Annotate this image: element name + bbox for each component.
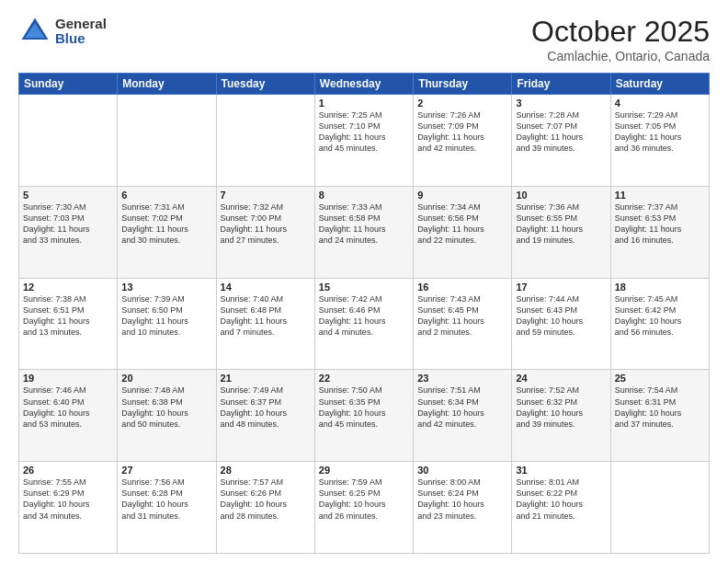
day-info: Sunrise: 7:36 AM Sunset: 6:55 PM Dayligh…	[516, 201, 606, 247]
day-info: Sunrise: 7:54 AM Sunset: 6:31 PM Dayligh…	[615, 385, 705, 430]
calendar-day-cell: 30Sunrise: 8:00 AM Sunset: 6:24 PM Dayli…	[414, 462, 512, 554]
calendar-day-cell: 11Sunrise: 7:37 AM Sunset: 6:53 PM Dayli…	[610, 186, 709, 278]
day-number: 24	[516, 373, 606, 384]
day-number: 7	[221, 190, 311, 201]
calendar-week-row: 1Sunrise: 7:25 AM Sunset: 7:10 PM Daylig…	[19, 95, 710, 187]
calendar-day-cell: 25Sunrise: 7:54 AM Sunset: 6:31 PM Dayli…	[610, 370, 709, 462]
day-number: 18	[615, 282, 705, 293]
calendar-day-cell: 5Sunrise: 7:30 AM Sunset: 7:03 PM Daylig…	[19, 186, 118, 278]
day-info: Sunrise: 8:01 AM Sunset: 6:22 PM Dayligh…	[516, 477, 606, 522]
day-info: Sunrise: 7:40 AM Sunset: 6:48 PM Dayligh…	[221, 293, 311, 339]
calendar-day-cell: 4Sunrise: 7:29 AM Sunset: 7:05 PM Daylig…	[610, 95, 709, 187]
day-info: Sunrise: 7:57 AM Sunset: 6:26 PM Dayligh…	[221, 477, 311, 522]
day-number: 25	[615, 373, 705, 384]
day-number: 10	[516, 190, 606, 201]
calendar-week-row: 26Sunrise: 7:55 AM Sunset: 6:29 PM Dayli…	[19, 462, 710, 554]
calendar-day-cell: 1Sunrise: 7:25 AM Sunset: 7:10 PM Daylig…	[314, 95, 413, 187]
day-info: Sunrise: 7:25 AM Sunset: 7:10 PM Dayligh…	[319, 109, 409, 155]
calendar-day-cell: 9Sunrise: 7:34 AM Sunset: 6:56 PM Daylig…	[414, 186, 512, 278]
day-of-week-header: Monday	[118, 74, 216, 95]
day-number: 12	[23, 282, 113, 293]
day-info: Sunrise: 7:49 AM Sunset: 6:37 PM Dayligh…	[221, 385, 311, 430]
calendar-table: SundayMondayTuesdayWednesdayThursdayFrid…	[18, 73, 710, 554]
day-info: Sunrise: 7:51 AM Sunset: 6:34 PM Dayligh…	[417, 385, 507, 430]
day-number: 23	[417, 373, 507, 384]
calendar-day-cell: 18Sunrise: 7:45 AM Sunset: 6:42 PM Dayli…	[610, 278, 709, 370]
calendar-day-cell: 27Sunrise: 7:56 AM Sunset: 6:28 PM Dayli…	[118, 462, 216, 554]
day-number: 17	[516, 282, 606, 293]
day-number: 28	[221, 465, 311, 476]
calendar-empty-cell	[610, 462, 709, 554]
day-info: Sunrise: 7:50 AM Sunset: 6:35 PM Dayligh…	[319, 385, 409, 430]
day-of-week-header: Thursday	[414, 74, 512, 95]
page: General Blue October 2025 Camlachie, Ont…	[0, 0, 728, 563]
calendar-day-cell: 14Sunrise: 7:40 AM Sunset: 6:48 PM Dayli…	[216, 278, 314, 370]
day-info: Sunrise: 7:26 AM Sunset: 7:09 PM Dayligh…	[417, 109, 507, 155]
calendar-day-cell: 20Sunrise: 7:48 AM Sunset: 6:38 PM Dayli…	[118, 370, 216, 462]
calendar-day-cell: 8Sunrise: 7:33 AM Sunset: 6:58 PM Daylig…	[314, 186, 413, 278]
day-of-week-header: Wednesday	[314, 74, 413, 95]
day-info: Sunrise: 7:39 AM Sunset: 6:50 PM Dayligh…	[121, 293, 211, 339]
day-info: Sunrise: 7:55 AM Sunset: 6:29 PM Dayligh…	[23, 477, 113, 522]
day-info: Sunrise: 7:46 AM Sunset: 6:40 PM Dayligh…	[23, 385, 113, 430]
day-number: 19	[23, 373, 113, 384]
calendar-day-cell: 28Sunrise: 7:57 AM Sunset: 6:26 PM Dayli…	[216, 462, 314, 554]
day-number: 30	[417, 465, 507, 476]
day-number: 29	[319, 465, 409, 476]
day-of-week-header: Sunday	[19, 74, 118, 95]
calendar-day-cell: 26Sunrise: 7:55 AM Sunset: 6:29 PM Dayli…	[19, 462, 118, 554]
calendar-day-cell: 21Sunrise: 7:49 AM Sunset: 6:37 PM Dayli…	[216, 370, 314, 462]
day-of-week-header: Tuesday	[216, 74, 314, 95]
logo-icon	[18, 15, 51, 48]
title-block: October 2025 Camlachie, Ontario, Canada	[531, 15, 710, 63]
day-info: Sunrise: 7:31 AM Sunset: 7:02 PM Dayligh…	[121, 201, 211, 247]
day-number: 31	[516, 465, 606, 476]
day-info: Sunrise: 7:34 AM Sunset: 6:56 PM Dayligh…	[417, 201, 507, 247]
day-number: 16	[417, 282, 507, 293]
logo-blue-text: Blue	[55, 31, 107, 47]
calendar-week-row: 12Sunrise: 7:38 AM Sunset: 6:51 PM Dayli…	[19, 278, 710, 370]
calendar-day-cell: 6Sunrise: 7:31 AM Sunset: 7:02 PM Daylig…	[118, 186, 216, 278]
day-info: Sunrise: 7:28 AM Sunset: 7:07 PM Dayligh…	[516, 109, 606, 155]
calendar-empty-cell	[216, 95, 314, 187]
day-number: 27	[121, 465, 211, 476]
day-info: Sunrise: 7:52 AM Sunset: 6:32 PM Dayligh…	[516, 385, 606, 430]
calendar-day-cell: 13Sunrise: 7:39 AM Sunset: 6:50 PM Dayli…	[118, 278, 216, 370]
calendar-day-cell: 2Sunrise: 7:26 AM Sunset: 7:09 PM Daylig…	[414, 95, 512, 187]
day-number: 2	[417, 98, 507, 109]
calendar-week-row: 19Sunrise: 7:46 AM Sunset: 6:40 PM Dayli…	[19, 370, 710, 462]
day-info: Sunrise: 7:29 AM Sunset: 7:05 PM Dayligh…	[615, 109, 705, 155]
calendar-day-cell: 17Sunrise: 7:44 AM Sunset: 6:43 PM Dayli…	[512, 278, 610, 370]
calendar-day-cell: 22Sunrise: 7:50 AM Sunset: 6:35 PM Dayli…	[314, 370, 413, 462]
day-info: Sunrise: 7:44 AM Sunset: 6:43 PM Dayligh…	[516, 293, 606, 339]
day-number: 3	[516, 98, 606, 109]
calendar-day-cell: 16Sunrise: 7:43 AM Sunset: 6:45 PM Dayli…	[414, 278, 512, 370]
calendar-empty-cell	[118, 95, 216, 187]
day-info: Sunrise: 7:33 AM Sunset: 6:58 PM Dayligh…	[319, 201, 409, 247]
location: Camlachie, Ontario, Canada	[531, 49, 710, 63]
day-info: Sunrise: 7:59 AM Sunset: 6:25 PM Dayligh…	[319, 477, 409, 522]
day-number: 4	[615, 98, 705, 109]
day-number: 8	[319, 190, 409, 201]
calendar-day-cell: 7Sunrise: 7:32 AM Sunset: 7:00 PM Daylig…	[216, 186, 314, 278]
calendar-header-row: SundayMondayTuesdayWednesdayThursdayFrid…	[19, 74, 710, 95]
calendar-day-cell: 31Sunrise: 8:01 AM Sunset: 6:22 PM Dayli…	[512, 462, 610, 554]
day-number: 15	[319, 282, 409, 293]
day-number: 5	[23, 190, 113, 201]
month-title: October 2025	[531, 15, 710, 49]
calendar-day-cell: 3Sunrise: 7:28 AM Sunset: 7:07 PM Daylig…	[512, 95, 610, 187]
day-info: Sunrise: 7:37 AM Sunset: 6:53 PM Dayligh…	[615, 201, 705, 247]
calendar-day-cell: 23Sunrise: 7:51 AM Sunset: 6:34 PM Dayli…	[414, 370, 512, 462]
day-info: Sunrise: 8:00 AM Sunset: 6:24 PM Dayligh…	[417, 477, 507, 522]
day-info: Sunrise: 7:43 AM Sunset: 6:45 PM Dayligh…	[417, 293, 507, 339]
day-number: 20	[121, 373, 211, 384]
calendar-day-cell: 24Sunrise: 7:52 AM Sunset: 6:32 PM Dayli…	[512, 370, 610, 462]
day-number: 22	[319, 373, 409, 384]
day-of-week-header: Friday	[512, 74, 610, 95]
day-number: 26	[23, 465, 113, 476]
day-number: 13	[121, 282, 211, 293]
calendar-day-cell: 15Sunrise: 7:42 AM Sunset: 6:46 PM Dayli…	[314, 278, 413, 370]
day-number: 6	[121, 190, 211, 201]
day-info: Sunrise: 7:56 AM Sunset: 6:28 PM Dayligh…	[121, 477, 211, 522]
day-number: 9	[417, 190, 507, 201]
